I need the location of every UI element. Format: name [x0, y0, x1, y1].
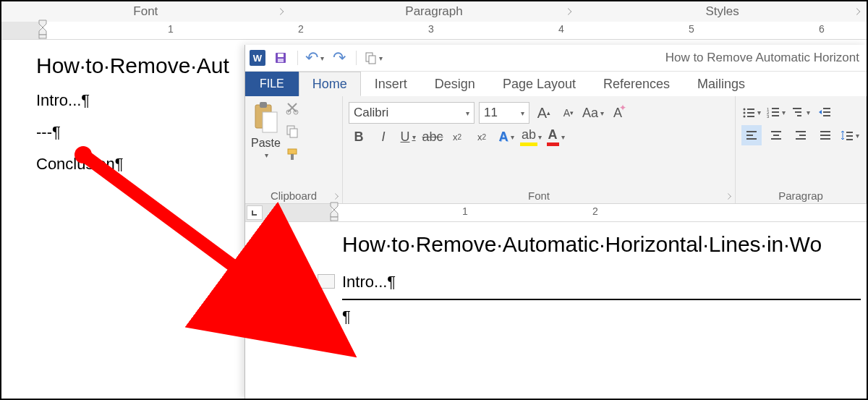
svg-marker-52 — [331, 210, 338, 217]
tab-references[interactable]: References — [590, 72, 684, 96]
shrink-font-button[interactable]: A▾ — [558, 103, 579, 123]
font-color-button[interactable]: A▾ — [545, 127, 566, 147]
redo-button[interactable]: ↷ — [330, 48, 349, 67]
svg-rect-32 — [823, 108, 830, 109]
svg-rect-45 — [820, 131, 830, 132]
svg-rect-47 — [820, 138, 830, 140]
svg-point-19 — [744, 112, 746, 114]
paste-button[interactable]: Paste▾ — [251, 101, 281, 164]
horizontal-ruler-back[interactable]: 1 2 3 4 5 6 — [1, 22, 867, 40]
svg-marker-51 — [331, 203, 338, 210]
svg-rect-4 — [278, 54, 284, 57]
auto-horizontal-line — [342, 299, 861, 300]
clear-formatting-button[interactable]: A✦ — [608, 103, 628, 123]
indent-marker-icon[interactable] — [328, 200, 341, 221]
tab-mailings[interactable]: Mailings — [684, 72, 759, 96]
font-size-combobox[interactable]: 11▾ — [479, 102, 529, 124]
italic-button[interactable]: I — [373, 127, 393, 147]
format-painter-button[interactable] — [285, 147, 299, 164]
superscript-button[interactable]: x2 — [472, 127, 492, 147]
svg-rect-15 — [288, 149, 297, 154]
ribbon-tabs: FILE Home Insert Design Page Layout Refe… — [245, 72, 867, 96]
justify-button[interactable] — [815, 125, 835, 145]
svg-rect-10 — [263, 112, 277, 132]
decrease-indent-button[interactable] — [815, 102, 835, 122]
svg-rect-7 — [369, 56, 375, 64]
grow-font-button[interactable]: A▴ — [534, 103, 554, 123]
paste-dropdown-icon[interactable]: ▾ — [364, 48, 383, 67]
svg-rect-44 — [796, 138, 806, 140]
svg-point-21 — [744, 116, 746, 118]
svg-rect-14 — [290, 129, 297, 137]
tab-file[interactable]: FILE — [245, 72, 299, 96]
tab-home[interactable]: Home — [299, 72, 361, 96]
font-group-label: Font — [1, 4, 290, 19]
indent-marker-icon[interactable] — [36, 17, 49, 39]
ruler-tick: 1 — [462, 205, 468, 217]
tab-page-layout[interactable]: Page Layout — [489, 72, 590, 96]
strikethrough-button[interactable]: abc — [422, 127, 443, 147]
svg-rect-29 — [793, 108, 801, 109]
svg-rect-34 — [823, 115, 830, 116]
line-spacing-button[interactable]: ▾ — [840, 125, 860, 145]
svg-rect-50 — [846, 139, 853, 140]
clipboard-label: Clipboard — [271, 190, 317, 202]
svg-rect-30 — [795, 111, 801, 113]
paragraph-label: Paragrap — [778, 190, 823, 202]
clipboard-launcher-icon[interactable] — [332, 193, 339, 200]
ribbon: Paste▾ Clipboard Calibri▾ 11▾ A▴ — [245, 96, 867, 204]
document-area-front[interactable]: How·to·Remove·Automatic·Horizontal·Lines… — [245, 222, 867, 326]
copy-button[interactable] — [285, 124, 299, 141]
tab-selector-icon[interactable] — [247, 205, 263, 220]
svg-rect-36 — [746, 131, 757, 132]
ruler-tick: 1 — [168, 23, 174, 35]
word-logo-icon: W — [250, 50, 265, 66]
align-center-button[interactable] — [766, 125, 786, 145]
align-left-button[interactable] — [741, 125, 762, 145]
svg-rect-5 — [278, 59, 284, 62]
styles-group-label: Styles — [578, 4, 867, 19]
svg-rect-46 — [820, 135, 830, 136]
ruler-tick: 4 — [558, 23, 564, 35]
svg-rect-28 — [772, 115, 779, 116]
svg-rect-37 — [746, 135, 753, 136]
ruler-tick: 2 — [298, 23, 304, 35]
svg-rect-39 — [771, 131, 781, 132]
svg-rect-26 — [772, 111, 779, 113]
numbering-button[interactable]: 123▾ — [766, 102, 786, 122]
tab-insert[interactable]: Insert — [361, 72, 421, 96]
subscript-button[interactable]: x2 — [447, 127, 467, 147]
bullets-button[interactable]: ▾ — [741, 102, 762, 122]
svg-rect-33 — [823, 111, 830, 113]
svg-rect-41 — [771, 138, 781, 140]
paste-options-icon[interactable] — [318, 274, 335, 289]
doc-title-front: How·to·Remove·Automatic·Horizontal·Lines… — [342, 232, 861, 257]
ribbon-group-labels-back: Font Paragraph Styles — [1, 1, 867, 22]
svg-rect-2 — [39, 35, 46, 38]
align-right-button[interactable] — [791, 125, 811, 145]
svg-rect-42 — [796, 131, 806, 132]
underline-button[interactable]: U▾ — [398, 127, 418, 147]
cut-button[interactable] — [285, 101, 299, 118]
clipboard-group: Paste▾ Clipboard — [245, 96, 343, 203]
font-launcher-icon[interactable] — [725, 193, 731, 200]
svg-rect-48 — [846, 132, 853, 133]
text-effects-button[interactable]: A▾ — [496, 127, 516, 147]
change-case-button[interactable]: Aa▾ — [583, 103, 603, 123]
svg-rect-38 — [746, 138, 757, 140]
svg-rect-20 — [747, 112, 754, 114]
multilevel-list-button[interactable]: ▾ — [791, 102, 811, 122]
undo-button[interactable]: ↶▾ — [305, 48, 324, 67]
ruler-tick: 3 — [428, 23, 434, 35]
save-button[interactable] — [271, 48, 290, 67]
ruler-tick: 2 — [592, 205, 598, 217]
word-window-front: W ↶▾ ↷ ▾ How to Remove Automatic Horizon… — [244, 45, 867, 399]
horizontal-ruler-front[interactable]: 1 2 — [245, 204, 867, 222]
window-title: How to Remove Automatic Horizont — [665, 51, 859, 65]
font-name-combobox[interactable]: Calibri▾ — [349, 102, 475, 124]
svg-rect-16 — [291, 154, 294, 160]
svg-rect-49 — [846, 135, 853, 137]
tab-design[interactable]: Design — [421, 72, 489, 96]
bold-button[interactable]: B — [349, 127, 369, 147]
highlight-button[interactable]: ab▾ — [521, 127, 541, 147]
